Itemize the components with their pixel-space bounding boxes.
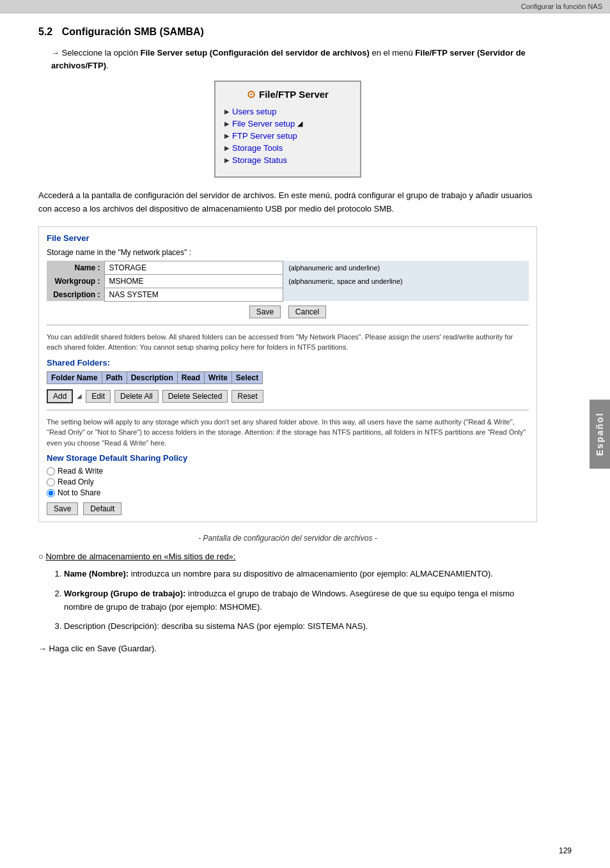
col-path: Path [102, 371, 127, 384]
divider2 [47, 410, 529, 410]
save-button[interactable]: Save [249, 306, 281, 318]
reset-button[interactable]: Reset [231, 390, 263, 403]
menu-circle-icon: ⊙ [247, 88, 255, 100]
add-button[interactable]: Add [47, 389, 73, 403]
radio-group: Read & Write Read Only Not to Share [47, 467, 529, 497]
list-item-2: Workgroup (Grupo de trabajo): introduzca… [64, 587, 537, 614]
description-input[interactable] [107, 290, 191, 300]
col-write: Write [205, 371, 232, 384]
menu-item-ftpserver[interactable]: ▶ FTP Server setup [224, 131, 351, 141]
form-row-description: Description : [47, 288, 529, 301]
menu-item-storagetools[interactable]: ▶ Storage Tools [224, 143, 351, 153]
name-hint: (alphanumeric and underline) [283, 261, 529, 274]
section-heading: 5.2 Configuración SMB (SAMBA) [38, 26, 537, 38]
file-server-title: File Server [47, 233, 529, 243]
header-text: Configurar la función NAS [521, 3, 602, 10]
shared-folders-title: Shared Folders: [47, 358, 529, 368]
intro-paragraph: → Seleccione la opción File Server setup… [51, 47, 537, 72]
policy-save-button[interactable]: Save [47, 502, 78, 515]
workgroup-hint: (alphanumeric, space and underline) [283, 274, 529, 288]
policy-btn-row: Save Default [47, 502, 529, 515]
col-read: Read [177, 371, 204, 384]
name-input[interactable] [107, 263, 191, 273]
name-input-cell[interactable] [104, 261, 283, 274]
description-text: Accederá a la pantalla de configuración … [38, 189, 537, 216]
policy-default-button[interactable]: Default [83, 502, 121, 515]
workgroup-input-cell[interactable] [104, 274, 283, 288]
subsection-circle: ○ Nombre de almacenamiento en «Mis sitio… [38, 552, 537, 561]
tri-icon-storagetools: ▶ [224, 144, 230, 151]
col-description: Description [127, 371, 177, 384]
radio-read-write-input[interactable] [47, 467, 55, 476]
header-bar: Configurar la función NAS [0, 0, 610, 13]
cancel-button[interactable]: Cancel [288, 306, 326, 318]
menu-item-fileserver[interactable]: ▶ File Server setup ◢ [224, 119, 351, 128]
subsection-prefix: ○ [38, 552, 45, 561]
bottom-arrow: → Haga clic en Save (Guardar). [38, 642, 537, 656]
description-input-cell[interactable] [104, 288, 283, 301]
panel-caption: - Pantalla de configuración del servidor… [38, 534, 537, 543]
radio-not-to-share-label: Not to Share [58, 488, 100, 497]
policy-info-text: The setting below will apply to any stor… [47, 417, 529, 449]
folder-btn-row: Add ◢ Edit Delete All Delete Selected Re… [47, 389, 529, 403]
main-content: 5.2 Configuración SMB (SAMBA) → Seleccio… [0, 13, 575, 688]
form-btn-row: Save Cancel [47, 306, 529, 318]
menu-item-storagetools-label: Storage Tools [232, 143, 283, 153]
cursor-add-indicator: ◢ [77, 392, 82, 399]
arrow-text3: . [106, 61, 109, 70]
menu-box-title: ⊙ File/FTP Server [224, 88, 351, 100]
menu-box: ⊙ File/FTP Server ▶ Users setup ▶ File S… [214, 81, 361, 178]
item2-bold: Workgroup (Grupo de trabajo): [64, 589, 185, 598]
form-row-workgroup: Workgroup : (alphanumeric, space and und… [47, 274, 529, 288]
radio-read-write-label: Read & Write [58, 467, 103, 476]
col-folder-name: Folder Name [47, 371, 102, 384]
bold-option: File Server setup (Configuración del ser… [140, 48, 369, 58]
item1-bold: Name (Nombre): [64, 569, 129, 578]
workgroup-input[interactable] [107, 276, 191, 286]
arrow-text2: en el menú [370, 48, 416, 58]
delete-all-button[interactable]: Delete All [114, 390, 159, 403]
storage-name-section: Storage name in the "My network places" … [47, 248, 529, 257]
storage-name-label: Storage name in the "My network places" … [47, 248, 191, 257]
radio-read-only[interactable]: Read Only [47, 477, 529, 486]
sidebar-language-tab: Español [590, 399, 610, 469]
page-number: 129 [559, 846, 572, 855]
item3-text: Description (Descripción): describa su s… [64, 621, 368, 631]
radio-read-only-input[interactable] [47, 478, 55, 486]
menu-box-label: File/FTP Server [259, 89, 329, 100]
section-title: Configuración SMB (SAMBA) [62, 26, 204, 37]
numbered-list: Name (Nombre): introduzca un nombre para… [64, 568, 537, 633]
radio-not-to-share[interactable]: Not to Share [47, 488, 529, 497]
section-number: 5.2 [38, 26, 52, 37]
radio-not-to-share-input[interactable] [47, 489, 55, 497]
list-item-1: Name (Nombre): introduzca un nombre para… [64, 568, 537, 581]
menu-item-fileserver-label: File Server setup [232, 119, 295, 128]
description-hint [283, 288, 529, 301]
menu-item-users[interactable]: ▶ Users setup [224, 107, 351, 116]
edit-button[interactable]: Edit [86, 390, 111, 403]
form-table: Name : (alphanumeric and underline) Work… [47, 261, 529, 302]
sidebar-label: Español [595, 412, 605, 456]
tri-icon-storagestatus: ▶ [224, 157, 230, 164]
tri-icon-fileserver: ▶ [224, 120, 230, 127]
description-label: Description : [47, 288, 104, 301]
divider1 [47, 325, 529, 325]
delete-selected-button[interactable]: Delete Selected [162, 390, 228, 403]
radio-read-write[interactable]: Read & Write [47, 467, 529, 476]
list-item-3: Description (Descripción): describa su s… [64, 620, 537, 633]
menu-item-ftpserver-label: FTP Server setup [232, 131, 297, 141]
radio-read-only-label: Read Only [58, 477, 94, 486]
info-text: You can add/edit shared folders below. A… [47, 332, 529, 353]
folder-table: Folder Name Path Description Read Write … [47, 371, 263, 384]
name-label: Name : [47, 261, 104, 274]
menu-item-storagestatus[interactable]: ▶ Storage Status [224, 155, 351, 165]
tri-icon-users: ▶ [224, 108, 230, 115]
file-server-panel: File Server Storage name in the "My netw… [38, 226, 537, 523]
subsection-title: Nombre de almacenamiento en «Mis sitios … [45, 552, 235, 561]
item1-text: introduzca un nombre para su dispositivo… [129, 569, 493, 578]
new-storage-title: New Storage Default Sharing Policy [47, 453, 529, 463]
col-select: Select [231, 371, 262, 384]
bottom-arrow-text: → Haga clic en Save (Guardar). [38, 644, 157, 653]
cursor-indicator: ◢ [297, 120, 302, 128]
tri-icon-ftpserver: ▶ [224, 132, 230, 139]
